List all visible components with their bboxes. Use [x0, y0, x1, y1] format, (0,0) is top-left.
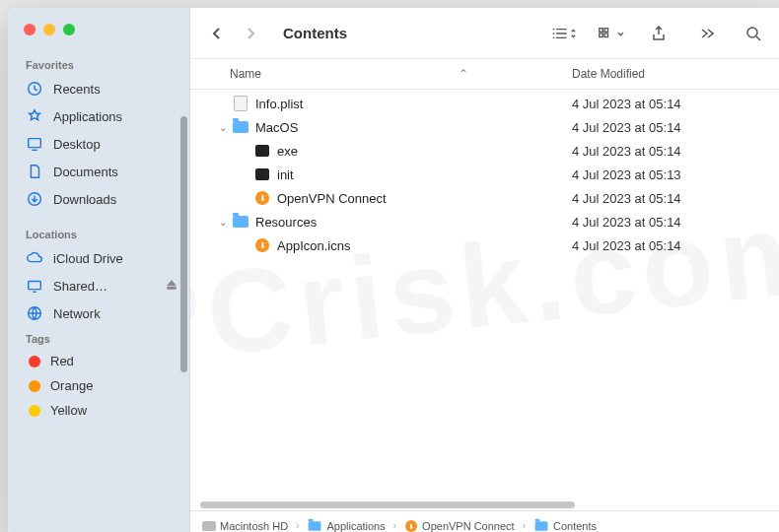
tag-dot-red — [29, 356, 40, 367]
horizontal-scrollbar-track — [190, 499, 779, 510]
favorites-heading: Favorites — [8, 53, 189, 75]
body-area: Favorites Recents Applications Desktop D… — [8, 8, 779, 532]
tag-dot-orange — [29, 380, 40, 392]
horizontal-scrollbar[interactable] — [200, 501, 575, 508]
sidebar-item-desktop[interactable]: Desktop — [8, 130, 189, 158]
column-header: Name ⌃ Date Modified — [190, 59, 779, 90]
zoom-button[interactable] — [63, 24, 75, 35]
sidebar-tag-orange[interactable]: Orange — [8, 373, 189, 398]
file-name: OpenVPN Connect — [277, 191, 572, 206]
back-button[interactable] — [204, 20, 230, 47]
path-label: Macintosh HD — [220, 520, 288, 532]
path-separator-icon: › — [393, 520, 396, 531]
sidebar-item-label: Shared… — [53, 279, 107, 294]
disclosure-triangle-icon[interactable]: ⌄ — [216, 122, 230, 133]
desktop-icon — [26, 135, 43, 153]
sidebar-item-label: Network — [53, 306, 101, 321]
sort-indicator-icon: ⌃ — [459, 67, 468, 81]
sidebar-scrollbar[interactable] — [180, 116, 187, 372]
globe-icon — [26, 304, 43, 322]
app-icon: ⬇ — [255, 238, 269, 252]
sidebar-item-applications[interactable]: Applications — [8, 102, 189, 130]
folder-icon — [233, 216, 248, 228]
svg-point-9 — [747, 28, 757, 37]
path-segment[interactable]: Macintosh HD — [202, 520, 288, 532]
pathbar: Macintosh HD›Applications›⬇OpenVPN Conne… — [190, 510, 779, 532]
file-name: AppIcon.icns — [277, 238, 572, 253]
file-date: 4 Jul 2023 at 05:14 — [572, 238, 769, 253]
file-date: 4 Jul 2023 at 05:14 — [572, 97, 769, 111]
locations-heading: Locations — [8, 223, 189, 244]
window-controls — [8, 20, 189, 53]
minimize-button[interactable] — [43, 24, 55, 35]
svg-rect-7 — [600, 33, 603, 37]
file-list[interactable]: PCrisk.com Info.plist4 Jul 2023 at 05:14… — [190, 90, 779, 499]
file-row[interactable]: exe4 Jul 2023 at 05:14 — [190, 139, 779, 163]
view-list-button[interactable] — [550, 22, 578, 45]
folder-icon — [233, 121, 248, 133]
file-date: 4 Jul 2023 at 05:14 — [572, 191, 769, 206]
column-date[interactable]: Date Modified — [572, 67, 769, 81]
eject-icon[interactable] — [166, 279, 177, 294]
path-label: OpenVPN Connect — [422, 520, 515, 532]
sidebar-item-label: Downloads — [53, 192, 116, 207]
executable-icon — [255, 145, 269, 157]
app-icon: ⬇ — [255, 191, 269, 205]
file-name: init — [277, 167, 572, 182]
svg-rect-3 — [29, 282, 41, 290]
drive-icon — [202, 521, 216, 531]
file-row[interactable]: ⌄Resources4 Jul 2023 at 05:14 — [190, 210, 779, 233]
display-icon — [26, 277, 43, 295]
sidebar-item-shared[interactable]: Shared… — [8, 272, 189, 299]
column-name-label: Name — [230, 67, 261, 81]
file-date: 4 Jul 2023 at 05:14 — [572, 215, 769, 230]
sidebar-item-recents[interactable]: Recents — [8, 75, 189, 102]
path-segment[interactable]: Applications — [307, 520, 385, 532]
app-icon: ⬇ — [405, 520, 417, 532]
sidebar-item-label: Desktop — [53, 137, 101, 152]
path-segment[interactable]: Contents — [533, 520, 597, 532]
sidebar-item-label: iCloud Drive — [53, 251, 123, 266]
column-date-label: Date Modified — [572, 67, 645, 81]
file-row[interactable]: Info.plist4 Jul 2023 at 05:14 — [190, 92, 779, 115]
sidebar-item-label: Yellow — [50, 403, 87, 418]
sidebar-item-downloads[interactable]: Downloads — [8, 185, 189, 213]
file-date: 4 Jul 2023 at 05:14 — [572, 144, 769, 159]
path-label: Applications — [326, 520, 385, 532]
file-date: 4 Jul 2023 at 05:13 — [572, 167, 769, 182]
executable-icon — [255, 168, 269, 180]
path-separator-icon: › — [523, 520, 526, 531]
more-button[interactable] — [692, 22, 720, 45]
sidebar: Favorites Recents Applications Desktop D… — [8, 8, 190, 532]
file-row[interactable]: ⌄MacOS4 Jul 2023 at 05:14 — [190, 115, 779, 139]
svg-rect-6 — [604, 28, 608, 32]
forward-button[interactable] — [238, 20, 263, 47]
folder-icon — [309, 521, 321, 531]
file-row[interactable]: ⬇AppIcon.icns4 Jul 2023 at 05:14 — [190, 233, 779, 257]
column-name[interactable]: Name ⌃ — [230, 67, 572, 81]
folder-icon — [535, 521, 548, 531]
file-row[interactable]: ⬇OpenVPN Connect4 Jul 2023 at 05:14 — [190, 186, 779, 210]
sidebar-tag-red[interactable]: Red — [8, 349, 189, 373]
path-separator-icon: › — [296, 520, 299, 531]
close-button[interactable] — [24, 24, 35, 35]
svg-rect-1 — [29, 139, 41, 148]
group-button[interactable] — [598, 22, 625, 45]
path-label: Contents — [553, 520, 597, 532]
disclosure-triangle-icon[interactable]: ⌄ — [216, 217, 230, 228]
sidebar-item-documents[interactable]: Documents — [8, 158, 189, 185]
search-button[interactable] — [740, 22, 767, 45]
apps-icon — [26, 107, 43, 125]
path-segment[interactable]: ⬇OpenVPN Connect — [404, 519, 515, 533]
sidebar-item-network[interactable]: Network — [8, 299, 189, 327]
sidebar-item-label: Documents — [53, 165, 118, 179]
sidebar-item-label: Red — [50, 354, 74, 368]
sidebar-tag-yellow[interactable]: Yellow — [8, 398, 189, 423]
file-row[interactable]: init4 Jul 2023 at 05:13 — [190, 163, 779, 186]
tags-heading: Tags — [8, 327, 189, 349]
sidebar-item-icloud[interactable]: iCloud Drive — [8, 244, 189, 272]
file-name: Resources — [255, 215, 572, 230]
svg-rect-5 — [600, 28, 603, 32]
share-button[interactable] — [645, 22, 673, 45]
tag-dot-yellow — [29, 405, 40, 417]
